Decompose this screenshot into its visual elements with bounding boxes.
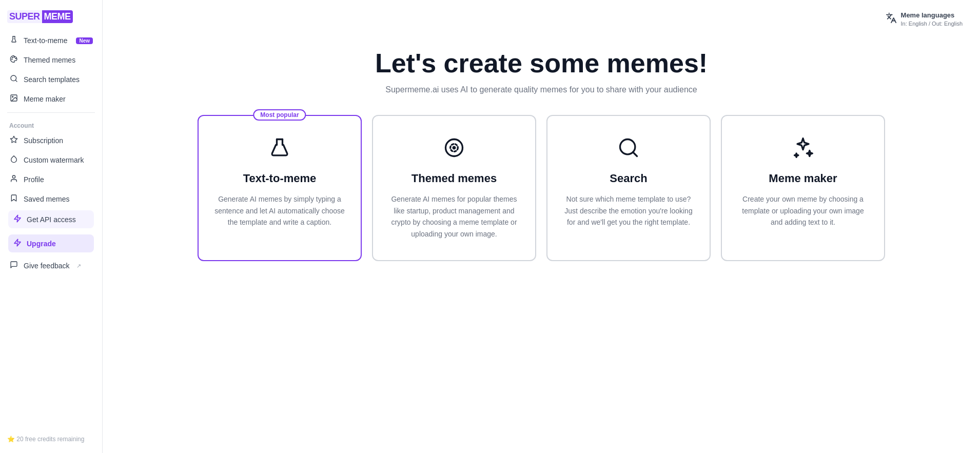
bookmark-icon <box>9 194 18 204</box>
main-content: Meme languages In: English / Out: Englis… <box>103 0 980 453</box>
lang-sub: In: English / Out: English <box>901 20 963 27</box>
sidebar-item-label: Subscription <box>24 136 63 145</box>
image-icon <box>9 94 18 104</box>
sidebar-item-text-to-meme[interactable]: Text-to-meme New <box>4 31 98 50</box>
external-link-icon: ↗ <box>76 263 81 269</box>
star-icon <box>9 135 18 146</box>
sidebar-item-label: Meme maker <box>24 95 66 103</box>
sidebar: SUPERMEME Text-to-meme New Themed memes … <box>0 0 103 453</box>
sidebar-item-label: Search templates <box>24 75 80 84</box>
logo-area: SUPERMEME <box>0 6 102 31</box>
card-text-to-meme[interactable]: Most popular Text-to-meme Generate AI me… <box>198 115 362 261</box>
logo[interactable]: SUPERMEME <box>7 10 95 23</box>
droplet-icon <box>9 155 18 165</box>
get-api-wrapper: Get API access <box>0 208 102 232</box>
svg-line-7 <box>15 80 17 82</box>
card-title: Search <box>610 172 647 185</box>
new-badge: New <box>76 37 93 44</box>
card-icon-search <box>617 136 640 164</box>
svg-point-3 <box>15 58 16 58</box>
feedback-icon <box>9 261 18 271</box>
credits-remaining: ⭐ 20 free credits remaining <box>0 431 102 447</box>
hero-title: Let's create some memes! <box>123 49 959 78</box>
account-section-label: Account <box>0 117 102 131</box>
card-description: Not sure which meme template to use? Jus… <box>562 193 695 228</box>
svg-point-9 <box>12 96 13 97</box>
card-title: Text-to-meme <box>243 172 317 185</box>
svg-marker-13 <box>14 239 21 246</box>
language-selector[interactable]: Meme languages In: English / Out: Englis… <box>880 8 968 30</box>
svg-point-5 <box>12 59 12 60</box>
svg-point-17 <box>453 147 455 149</box>
hero-section: Let's create some memes! Supermeme.ai us… <box>103 38 980 100</box>
svg-line-21 <box>633 152 637 156</box>
card-icon-themed <box>443 136 465 164</box>
upgrade-icon <box>13 239 22 248</box>
get-api-label: Get API access <box>27 215 76 224</box>
upgrade-wrapper: Upgrade <box>0 232 102 254</box>
top-bar: Meme languages In: English / Out: Englis… <box>103 0 980 38</box>
account-nav: Subscription Custom watermark Profile Sa… <box>0 131 102 208</box>
sidebar-item-label: Profile <box>24 175 44 184</box>
logo-super: SUPER <box>7 10 42 23</box>
card-meme-maker[interactable]: Meme maker Create your own meme by choos… <box>721 115 885 261</box>
hero-subtitle: Supermeme.ai uses AI to generate quality… <box>123 85 959 94</box>
sidebar-item-search-templates[interactable]: Search templates <box>4 70 98 89</box>
flask-icon <box>9 35 18 46</box>
sidebar-item-label: Text-to-meme <box>24 36 68 45</box>
sidebar-nav: Text-to-meme New Themed memes Search tem… <box>0 31 102 108</box>
translate-icon <box>886 12 897 26</box>
svg-marker-10 <box>10 136 17 143</box>
sidebar-item-custom-watermark[interactable]: Custom watermark <box>4 151 98 169</box>
card-title: Themed memes <box>411 172 497 185</box>
sidebar-item-profile[interactable]: Profile <box>4 170 98 189</box>
lang-title: Meme languages <box>901 11 963 20</box>
feedback-wrapper: Give feedback ↗ <box>0 254 102 277</box>
cards-container: Most popular Text-to-meme Generate AI me… <box>182 100 900 282</box>
sidebar-item-label: Themed memes <box>24 56 75 64</box>
card-description: Create your own meme by choosing a templ… <box>736 193 870 228</box>
card-description: Generate AI memes for popular themes lik… <box>387 193 521 240</box>
sidebar-divider <box>7 112 95 113</box>
credits-icon: ⭐ <box>7 436 16 443</box>
sidebar-item-label: Saved memes <box>24 195 69 203</box>
get-api-button[interactable]: Get API access <box>8 210 94 228</box>
svg-point-2 <box>14 57 14 57</box>
upgrade-label: Upgrade <box>27 240 56 248</box>
sidebar-item-themed-memes[interactable]: Themed memes <box>4 51 98 69</box>
sidebar-item-subscription[interactable]: Subscription <box>4 131 98 150</box>
palette-icon <box>9 55 18 65</box>
sidebar-item-meme-maker[interactable]: Meme maker <box>4 90 98 108</box>
card-description: Generate AI memes by simply typing a sen… <box>213 193 346 228</box>
user-icon <box>9 174 18 185</box>
svg-point-11 <box>12 175 15 178</box>
card-icon-flask <box>268 136 291 164</box>
give-feedback-button[interactable]: Give feedback ↗ <box>4 257 98 275</box>
credits-label: 20 free credits remaining <box>16 436 84 443</box>
logo-meme: MEME <box>42 10 73 23</box>
upgrade-button[interactable]: Upgrade <box>8 234 94 252</box>
card-title: Meme maker <box>769 172 837 185</box>
svg-marker-12 <box>14 215 21 222</box>
card-icon-sparkles <box>792 136 814 164</box>
sidebar-item-saved-memes[interactable]: Saved memes <box>4 190 98 208</box>
svg-point-4 <box>12 57 13 57</box>
most-popular-badge: Most popular <box>253 109 306 121</box>
card-themed-memes[interactable]: Themed memes Generate AI memes for popul… <box>372 115 536 261</box>
sidebar-item-label: Custom watermark <box>24 156 84 164</box>
card-search[interactable]: Search Not sure which meme template to u… <box>546 115 711 261</box>
search-icon <box>9 74 18 85</box>
api-icon <box>13 214 22 224</box>
feedback-label: Give feedback <box>24 262 70 270</box>
lang-text: Meme languages In: English / Out: Englis… <box>901 11 963 27</box>
